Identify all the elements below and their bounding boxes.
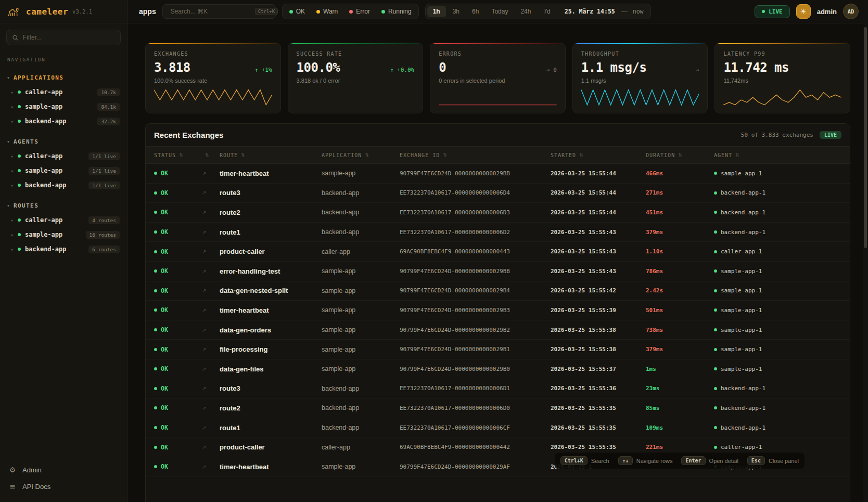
agent-status-dot [714, 211, 717, 214]
open-row-icon[interactable]: ↗ [202, 229, 220, 235]
avatar[interactable]: AD [843, 4, 859, 19]
sidebar-item-admin[interactable]: ⚙ Admin [0, 461, 127, 478]
open-row-icon[interactable]: ↗ [202, 444, 220, 450]
agent-cell: backend-app-1 [714, 229, 841, 236]
table-row[interactable]: OK ↗ route1 backend-app EE7322370A10617-… [146, 418, 850, 438]
sidebar-section-header[interactable]: ▾ APPLICATIONS [0, 72, 127, 84]
status-cell: OK [154, 404, 202, 411]
status-filter-chip[interactable]: Error [344, 6, 375, 17]
agent-status-dot [714, 289, 717, 292]
status-cell: OK [154, 385, 202, 392]
open-row-icon[interactable]: ↗ [202, 210, 220, 215]
filter-input[interactable] [23, 34, 115, 41]
sidebar-item-label: sample-app [25, 231, 62, 238]
open-row-icon[interactable]: ↗ [202, 190, 220, 196]
table-row[interactable]: OK ↗ route3 backend-app EE7322370A10617-… [146, 379, 850, 399]
sidebar-item[interactable]: ▸ backend-app 6 routes [0, 242, 127, 256]
column-header[interactable]: STATUS⇅ [154, 152, 202, 158]
agent-status-dot [714, 446, 717, 449]
status-filter-chip[interactable]: OK [284, 6, 310, 17]
duration-cell: 271ms [646, 189, 714, 196]
status-filter-chip[interactable]: Running [376, 6, 417, 17]
sidebar-item[interactable]: ▸ sample-app 16 routes [0, 227, 127, 242]
column-header[interactable]: APPLICATION⇅ [322, 152, 400, 158]
table-row[interactable]: OK ↗ file-processing sample-app 90799F47… [146, 340, 850, 359]
sidebar-filter[interactable] [6, 30, 121, 45]
time-range-button[interactable]: 6h [466, 6, 484, 17]
status-dot [349, 10, 353, 14]
sidebar-item[interactable]: ▸ caller-app 10.7k [0, 85, 127, 99]
column-header[interactable]: ROUTE⇅ [220, 152, 322, 158]
sidebar-item[interactable]: ▸ backend-app 1/1 live [0, 178, 127, 192]
time-range-button[interactable]: 1h [427, 6, 446, 17]
stat-subtext: 3.818 ok / 0 error [297, 78, 415, 84]
status-cell: OK [154, 228, 202, 236]
sidebar-item[interactable]: ▸ sample-app 1/1 live [0, 163, 127, 178]
stat-card: EXCHANGES 3.818 ↑ +1% 100.0% success rat… [145, 43, 281, 113]
open-row-icon[interactable]: ↗ [202, 425, 220, 431]
open-row-icon[interactable]: ↗ [202, 366, 220, 372]
sidebar-item[interactable]: ▸ caller-app 1/1 live [0, 149, 127, 163]
sidebar-item[interactable]: ▸ backend-app 32.2k [0, 114, 127, 128]
sidebar-section-header[interactable]: ▾ ROUTES [0, 200, 127, 212]
scrollbar-thumb[interactable] [864, 27, 867, 248]
open-row-icon[interactable]: ↗ [202, 268, 220, 274]
status-dot [154, 289, 157, 292]
table-row[interactable]: OK ↗ route1 backend-app EE7322370A10617-… [146, 223, 850, 242]
chevron-right-icon: ▸ [11, 119, 14, 124]
table-row[interactable]: OK ↗ product-caller caller-app 69AC90BF8… [146, 242, 850, 262]
table-row[interactable]: OK ↗ route3 backend-app EE7322370A10617-… [146, 184, 850, 203]
sidebar-section-header[interactable]: ▾ AGENTS [0, 136, 127, 148]
table-row[interactable]: OK ↗ error-handling-test sample-app 9079… [146, 262, 850, 281]
stat-value: 0 [439, 60, 446, 75]
table-row[interactable]: OK ↗ route2 backend-app EE7322370A10617-… [146, 398, 850, 418]
status-dot [154, 308, 157, 312]
agent-cell: sample-app-1 [714, 327, 841, 333]
sidebar-item[interactable]: ▸ caller-app 4 routes [0, 213, 127, 227]
table-row[interactable]: OK ↗ timer-heartbeat sample-app 90799F47… [146, 301, 850, 320]
open-row-icon[interactable]: ↗ [202, 288, 220, 293]
route-cell: route1 [220, 424, 322, 432]
duration-cell: 1.10s [646, 248, 714, 255]
open-row-icon[interactable]: ↗ [202, 405, 220, 411]
sidebar-item[interactable]: ▸ sample-app 84.1k [0, 99, 127, 114]
search-shortcut-kbd: Ctrl+K [255, 8, 278, 15]
table-row[interactable]: OK ↗ route2 backend-app EE7322370A10617-… [146, 203, 850, 223]
column-header[interactable]: DURATION⇅ [646, 152, 714, 158]
open-row-icon[interactable]: ↗ [202, 249, 220, 254]
time-range-button[interactable]: 7d [538, 6, 556, 17]
kbd-chip: Ctrl+K [560, 456, 588, 465]
stat-trend: ↑ +1% [250, 67, 272, 73]
live-toggle[interactable]: LIVE [755, 5, 790, 18]
open-row-icon[interactable]: ↗ [202, 307, 220, 313]
table-row[interactable]: OK ↗ timer-heartbeat sample-app 90799F47… [146, 164, 850, 184]
range-now-label[interactable]: now [629, 8, 649, 15]
table-row[interactable]: OK ↗ data-gen-nested-split sample-app 90… [146, 281, 850, 301]
sidebar-item-api-docs[interactable]: ≡ API Docs [0, 478, 127, 495]
time-range-button[interactable]: 24h [515, 6, 537, 17]
time-range-button[interactable]: 3h [447, 6, 465, 17]
theme-toggle-button[interactable]: ☀ [796, 4, 811, 19]
sort-icon: ⇅ [735, 152, 740, 158]
table-row[interactable]: OK ↗ data-gen-files sample-app 90799F47E… [146, 359, 850, 379]
search-input[interactable] [171, 8, 251, 15]
open-row-icon[interactable]: ↗ [202, 346, 220, 352]
column-header[interactable]: ⇅ [202, 152, 220, 158]
application-cell: backend-app [322, 228, 400, 236]
column-header[interactable]: EXCHANGE ID⇅ [400, 152, 551, 158]
open-row-icon[interactable]: ↗ [202, 385, 220, 391]
exchange-id-cell: 90799F47E6CD24D-00000000000029AF [400, 464, 551, 470]
open-row-icon[interactable]: ↗ [202, 464, 220, 470]
global-search[interactable]: Ctrl+K [162, 4, 276, 19]
time-range-button[interactable]: Today [486, 6, 514, 17]
column-header[interactable]: STARTED⇅ [551, 152, 646, 158]
open-row-icon[interactable]: ↗ [202, 171, 220, 176]
keyboard-hint: Enter Open detail [681, 456, 738, 465]
scrollbar-track[interactable] [863, 0, 868, 502]
chevron-right-icon: ▸ [11, 90, 14, 95]
open-row-icon[interactable]: ↗ [202, 327, 220, 333]
column-header[interactable]: AGENT⇅ [714, 152, 841, 158]
table-row[interactable]: OK ↗ data-gen-orders sample-app 90799F47… [146, 320, 850, 340]
status-filter-chip[interactable]: Warn [311, 6, 343, 17]
route-cell: route2 [220, 209, 322, 216]
